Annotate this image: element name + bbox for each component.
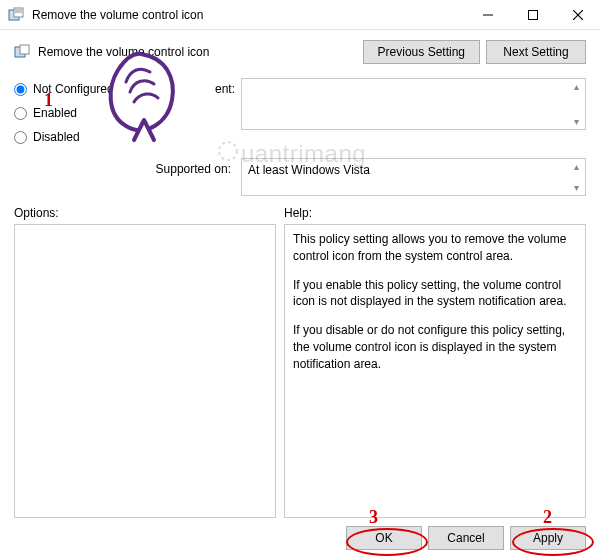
radio-enabled-label: Enabled [33, 106, 77, 120]
radio-not-configured-label: Not Configured [33, 82, 114, 96]
policy-icon [14, 44, 30, 60]
radio-disabled-input[interactable] [14, 131, 27, 144]
title-bar: Remove the volume control icon [0, 0, 600, 30]
options-label: Options: [14, 206, 284, 220]
ok-button[interactable]: OK [346, 526, 422, 550]
window-title: Remove the volume control icon [32, 8, 465, 22]
policy-title: Remove the volume control icon [38, 45, 209, 59]
scroll-indicator: ▴▾ [569, 81, 583, 127]
radio-disabled[interactable]: Disabled [14, 130, 164, 144]
radio-disabled-label: Disabled [33, 130, 80, 144]
radio-not-configured-input[interactable] [14, 83, 27, 96]
svg-rect-5 [528, 11, 537, 20]
scroll-indicator: ▴▾ [569, 161, 583, 193]
previous-setting-button[interactable]: Previous Setting [363, 40, 480, 64]
help-paragraph: This policy setting allows you to remove… [293, 231, 577, 265]
options-panel [14, 224, 276, 518]
close-button[interactable] [555, 0, 600, 30]
window-controls [465, 0, 600, 29]
supported-on-text: At least Windows Vista [248, 163, 370, 177]
supported-on-box: At least Windows Vista ▴▾ [241, 158, 586, 196]
svg-rect-9 [20, 45, 29, 54]
help-paragraph: If you disable or do not configure this … [293, 322, 577, 372]
maximize-button[interactable] [510, 0, 555, 30]
radio-enabled[interactable]: Enabled [14, 106, 164, 120]
comment-textarea[interactable]: ▴▾ [241, 78, 586, 130]
next-setting-button[interactable]: Next Setting [486, 40, 586, 64]
help-paragraph: If you enable this policy setting, the v… [293, 277, 577, 311]
radio-enabled-input[interactable] [14, 107, 27, 120]
app-icon [8, 7, 24, 23]
cancel-button[interactable]: Cancel [428, 526, 504, 550]
supported-on-label: Supported on: [14, 158, 235, 196]
radio-not-configured[interactable]: Not Configured [14, 82, 164, 96]
minimize-button[interactable] [465, 0, 510, 30]
comment-label: ent: [170, 78, 235, 130]
apply-button[interactable]: Apply [510, 526, 586, 550]
help-label: Help: [284, 206, 312, 220]
help-panel: This policy setting allows you to remove… [284, 224, 586, 518]
